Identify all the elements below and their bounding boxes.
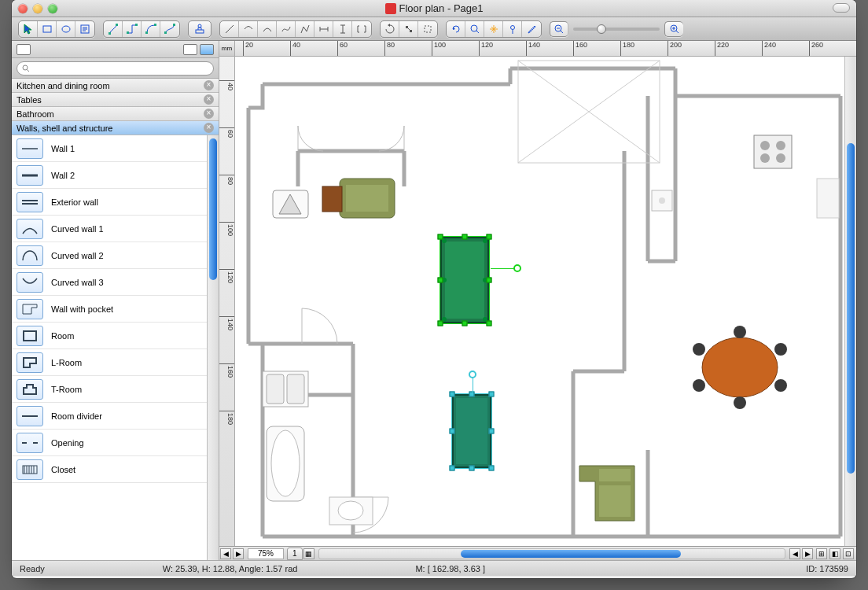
svg-rect-8	[116, 24, 118, 26]
shape-item[interactable]: Room divider	[12, 403, 207, 430]
connector-1[interactable]	[104, 21, 123, 37]
text-tool[interactable]	[75, 21, 94, 37]
category-close-icon[interactable]: ×	[204, 94, 214, 105]
page-prev-button[interactable]: ◀	[220, 548, 231, 559]
zoom-slider[interactable]	[573, 28, 660, 31]
window-title-text: Floor plan - Page1	[399, 2, 484, 14]
shape-item[interactable]: Wall with pocket	[12, 296, 207, 323]
category-3[interactable]: Walls, shell and structure×	[12, 121, 219, 135]
canvas-vscroll-thumb[interactable]	[847, 143, 855, 474]
svg-rect-47	[23, 466, 37, 474]
sidebar-scrollbar[interactable]	[207, 135, 219, 560]
shape-icon	[17, 433, 43, 453]
pointer-tool[interactable]	[19, 21, 38, 37]
shape-item[interactable]: Opening	[12, 430, 207, 456]
svg-point-16	[198, 24, 201, 28]
category-label: Tables	[17, 95, 42, 105]
search-row	[12, 58, 219, 79]
search-input[interactable]	[17, 61, 214, 76]
hscroll-right-button[interactable]: ▶	[802, 548, 813, 559]
canvas-horizontal-scrollbar[interactable]	[318, 548, 785, 559]
category-1[interactable]: Tables×	[12, 93, 219, 107]
sidebar-tab-tree-icon[interactable]	[17, 44, 31, 55]
corner-tool-2[interactable]: ◧	[829, 548, 840, 559]
category-label: Kitchen and dining room	[17, 81, 110, 90]
svg-line-6	[109, 25, 117, 33]
sidebar-tab-grid-icon[interactable]	[183, 44, 197, 55]
zoom-fit-tool[interactable]	[465, 21, 484, 37]
category-close-icon[interactable]: ×	[204, 109, 214, 119]
shape-item[interactable]: L-Room	[12, 349, 207, 376]
shape-item[interactable]: Closet	[12, 456, 207, 483]
dimension-h-tool[interactable]	[314, 21, 333, 37]
measure-tool[interactable]	[503, 21, 522, 37]
horizontal-ruler[interactable]: 20406080100120140160180200220240260	[235, 41, 856, 57]
category-0[interactable]: Kitchen and dining room×	[12, 79, 219, 93]
shape-item[interactable]: Curved wall 1	[12, 216, 207, 242]
category-2[interactable]: Bathroom×	[12, 107, 219, 121]
svg-rect-80	[754, 135, 792, 168]
canvas-hscroll-thumb[interactable]	[461, 550, 681, 558]
zoom-slider-thumb[interactable]	[597, 24, 606, 34]
zoom-out-button[interactable]	[550, 21, 568, 37]
shape-item[interactable]: Wall 2	[12, 162, 207, 189]
titlebar[interactable]: Floor plan - Page1	[12, 0, 856, 17]
category-close-icon[interactable]: ×	[204, 80, 214, 90]
polyline-tool[interactable]	[296, 21, 314, 37]
spline-tool[interactable]	[277, 21, 296, 37]
shape-item[interactable]: T-Room	[12, 376, 207, 403]
rotate-handle[interactable]	[513, 264, 521, 272]
pan-tool[interactable]	[484, 21, 503, 37]
shape-item[interactable]: Room	[12, 323, 207, 349]
svg-rect-72	[599, 469, 631, 481]
vertical-ruler[interactable]: 406080100120140160180	[219, 57, 235, 546]
sidebar-tab-search-icon[interactable]	[200, 44, 214, 55]
connector-3[interactable]	[142, 21, 160, 37]
selection-box-1[interactable]	[440, 236, 490, 324]
floorplan-drawing	[235, 57, 844, 546]
svg-rect-60	[322, 186, 342, 212]
selection-box-2[interactable]	[451, 393, 492, 469]
refresh-tool[interactable]	[447, 21, 465, 37]
canvas-vertical-scrollbar[interactable]	[844, 57, 856, 546]
eyedropper-tool[interactable]	[522, 21, 541, 37]
shape-item[interactable]: Curved wall 3	[12, 269, 207, 296]
svg-point-83	[760, 153, 770, 163]
connector-2[interactable]	[123, 21, 142, 37]
arc-tool-2[interactable]	[258, 21, 277, 37]
line-tool[interactable]	[220, 21, 239, 37]
shape-icon	[17, 459, 43, 480]
shape-label: Curved wall 2	[51, 251, 104, 260]
corner-tool-1[interactable]: ⊞	[816, 548, 827, 559]
shape-item[interactable]: Wall 1	[12, 135, 207, 162]
toolbar-toggle-button[interactable]	[833, 3, 850, 13]
edit-points-tool[interactable]	[399, 21, 418, 37]
sidebar-scrollbar-thumb[interactable]	[209, 138, 217, 280]
corner-tool-3[interactable]: ⊡	[843, 548, 854, 559]
page-tab[interactable]: 1	[287, 548, 303, 560]
ellipse-tool[interactable]	[57, 21, 75, 37]
rectangle-tool[interactable]	[38, 21, 57, 37]
crop-tool[interactable]	[418, 21, 437, 37]
svg-point-76	[693, 343, 705, 356]
stamp-tool[interactable]	[189, 21, 211, 37]
rotate-handle[interactable]	[469, 371, 476, 378]
page-next-button[interactable]: ▶	[233, 548, 244, 559]
connector-4[interactable]	[160, 21, 179, 37]
svg-line-38	[676, 31, 679, 33]
page-list-button[interactable]: ▦	[303, 548, 314, 559]
svg-point-1	[62, 26, 70, 32]
category-label: Bathroom	[17, 109, 54, 119]
sidebar-tabs	[12, 41, 219, 58]
shape-item[interactable]: Curved wall 2	[12, 242, 207, 269]
zoom-in-button[interactable]	[664, 21, 683, 37]
dimension-v-tool[interactable]	[333, 21, 352, 37]
shape-item[interactable]: Exterior wall	[12, 189, 207, 216]
arc-tool[interactable]	[239, 21, 258, 37]
zoom-value[interactable]: 75%	[248, 548, 284, 559]
category-close-icon[interactable]: ×	[204, 123, 214, 133]
drawing-canvas[interactable]	[235, 57, 844, 546]
hscroll-left-button[interactable]: ◀	[789, 548, 800, 559]
bracket-tool[interactable]	[352, 21, 371, 37]
rotate-tool[interactable]	[381, 21, 399, 37]
